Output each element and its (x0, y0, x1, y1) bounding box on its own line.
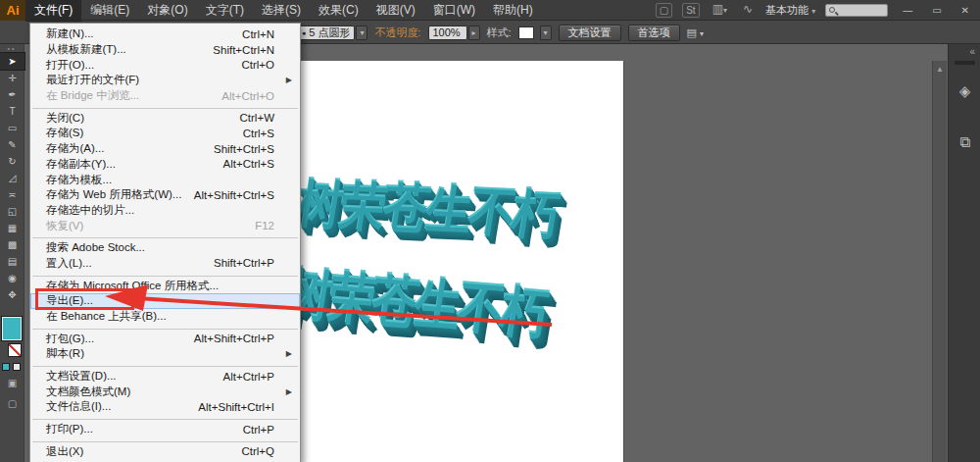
tool-button[interactable]: ▭ (0, 120, 24, 136)
workspace-switcher[interactable]: 基本功能 ▾ (765, 3, 815, 18)
menu-item[interactable] (30, 437, 300, 444)
opacity-label[interactable]: 不透明度: (374, 26, 420, 40)
menubar-item[interactable]: 编辑(E) (81, 0, 138, 22)
scroll-up-icon[interactable]: ▲ (933, 61, 947, 74)
menu-item[interactable] (30, 233, 300, 240)
vertical-scrollbar[interactable]: ▲ (932, 61, 947, 462)
menu-item[interactable]: 恢复(V) F12 (30, 218, 300, 233)
arrange-documents-icon[interactable]: ▥▾ (710, 3, 730, 18)
tool-button[interactable]: ◉ (0, 270, 24, 286)
menu-item[interactable]: 存储选中的切片... (30, 203, 300, 219)
tools-panel-grip[interactable]: •• (0, 44, 24, 53)
submenu-arrow-icon (286, 387, 292, 396)
minimize-button[interactable]: — (898, 5, 917, 16)
brush-dropdown-caret[interactable]: ▾ (356, 26, 368, 40)
menu-item[interactable]: 最近打开的文件(F) (30, 73, 300, 88)
menu-item[interactable]: 文件信息(I)... Alt+Shift+Ctrl+I (30, 399, 300, 415)
tool-button[interactable]: ✒ (0, 86, 24, 103)
close-button[interactable]: ✕ (956, 5, 974, 16)
screen-mode-icon[interactable]: ▢ (8, 398, 17, 409)
menu-item[interactable]: 在 Behance 上共享(B)... (30, 309, 300, 325)
opacity-input[interactable]: 100% (428, 26, 467, 40)
tool-button[interactable]: ➤ (0, 53, 24, 70)
menu-item[interactable]: 退出(X) Ctrl+Q (30, 444, 300, 460)
artboard-canvas[interactable] (290, 61, 623, 462)
menu-item[interactable]: 关闭(C) Ctrl+W (30, 110, 300, 126)
menubar-item[interactable]: 窗口(W) (424, 0, 484, 22)
menu-item-label: 退出(X) (46, 444, 83, 459)
menu-item[interactable] (30, 415, 300, 422)
menu-item-shortcut: Alt+Ctrl+P (223, 371, 274, 383)
gradient-mode-button[interactable] (13, 363, 21, 371)
menu-item-shortcut: Alt+Ctrl+O (221, 90, 274, 102)
brush-definition-select[interactable]: ●5 点圆形 (297, 26, 355, 40)
fill-color-swatch[interactable] (1, 316, 23, 341)
menu-item[interactable] (30, 324, 300, 331)
preferences-button[interactable]: 首选项 (628, 25, 680, 41)
style-swatch[interactable] (518, 26, 534, 39)
menu-item[interactable]: 在 Bridge 中浏览... Alt+Ctrl+O (30, 88, 300, 104)
menu-item[interactable]: 打印(P)... Ctrl+P (30, 422, 300, 437)
menu-item[interactable]: 置入(L)... Shift+Ctrl+P (30, 256, 300, 272)
menu-item-shortcut: Alt+Shift+Ctrl+S (194, 189, 274, 201)
gpu-performance-icon[interactable]: ∿ (740, 3, 756, 18)
menu-item[interactable]: 打包(G)... Alt+Shift+Ctrl+P (30, 331, 300, 346)
stroke-color-swatch[interactable] (8, 343, 22, 357)
menu-item[interactable]: 脚本(R) (30, 346, 300, 362)
tool-button[interactable]: ▤ (0, 253, 24, 270)
style-dropdown-caret[interactable]: ▾ (540, 26, 552, 40)
menubar-item[interactable]: 选择(S) (253, 0, 310, 22)
align-options-icon[interactable]: ▤ ▾ (687, 26, 704, 39)
menubar-item[interactable]: 文字(T) (197, 0, 253, 22)
menu-item[interactable]: 存储为(A)... Shift+Ctrl+S (30, 141, 300, 157)
tool-button[interactable]: ▦ (0, 220, 24, 236)
artboards-panel-icon[interactable]: ⧉ (949, 126, 980, 159)
menu-item[interactable]: 文档颜色模式(M) (30, 384, 300, 399)
dock-collapse-icon[interactable]: « (949, 44, 980, 57)
menu-item[interactable]: 搜索 Adobe Stock... (30, 240, 300, 256)
menu-item[interactable]: 新建(N)... Ctrl+N (30, 26, 300, 42)
menu-item[interactable]: 打开(O)... Ctrl+O (30, 57, 300, 73)
menu-item[interactable]: 存储为 Web 所用格式(W)... Alt+Shift+Ctrl+S (30, 187, 300, 203)
menu-item[interactable]: 文档设置(D)... Alt+Ctrl+P (30, 369, 300, 385)
menubar-item[interactable]: 帮助(H) (484, 0, 542, 22)
tool-button[interactable]: ◿ (0, 170, 24, 186)
draw-normal-icon[interactable]: ▣ (8, 378, 17, 388)
tool-button[interactable]: ✛ (0, 70, 24, 86)
restore-button[interactable]: ▭ (927, 5, 946, 16)
menu-item[interactable]: 存储为模板... (30, 172, 300, 187)
menu-item[interactable] (30, 103, 300, 110)
menubar-item[interactable]: 对象(O) (138, 0, 196, 22)
tool-button[interactable]: ✥ (0, 286, 24, 303)
menu-item-shortcut: Ctrl+O (241, 59, 274, 71)
menu-item[interactable]: 存储(S) Ctrl+S (30, 126, 300, 141)
document-setup-button[interactable]: 文档设置 (559, 25, 621, 41)
share-app-icon[interactable]: ▢ (656, 3, 672, 18)
opacity-dropdown-caret[interactable]: ▸ (468, 26, 480, 40)
tool-button[interactable]: ↻ (0, 153, 24, 170)
menu-item[interactable] (30, 362, 300, 369)
tool-button[interactable]: ≍ (0, 186, 24, 203)
menubar-item[interactable]: 视图(V) (368, 0, 424, 22)
menu-item[interactable]: 从模板新建(T)... Shift+Ctrl+N (30, 42, 300, 58)
menu-item-label: 搜索 Adobe Stock... (46, 240, 145, 255)
tool-button[interactable]: T (0, 103, 24, 120)
stock-icon[interactable]: St (682, 3, 699, 18)
menubar-item[interactable]: 效果(C) (310, 0, 368, 22)
menu-item-label: 关闭(C) (46, 111, 84, 126)
menu-item-shortcut: Ctrl+N (242, 28, 274, 40)
menu-item-label: 打开(O)... (46, 58, 94, 73)
menu-item-shortcut: Ctrl+W (240, 112, 274, 124)
menu-item[interactable] (30, 271, 300, 278)
search-input[interactable] (825, 4, 888, 17)
menu-item-label: 存储选中的切片... (46, 203, 134, 218)
tool-button[interactable]: ▩ (0, 236, 24, 253)
tool-button[interactable]: ✎ (0, 136, 24, 153)
tool-button[interactable]: ◱ (0, 203, 24, 220)
3d-text-row-1[interactable]: 树荣苍生不朽 (293, 178, 561, 240)
menu-item[interactable]: 存储副本(Y)... Alt+Ctrl+S (30, 157, 300, 173)
menubar-item[interactable]: 文件(F) (25, 0, 81, 22)
align-glyph: ▤ (687, 26, 697, 38)
layers-panel-icon[interactable]: ◈ (949, 75, 980, 108)
color-mode-button[interactable] (2, 363, 10, 371)
